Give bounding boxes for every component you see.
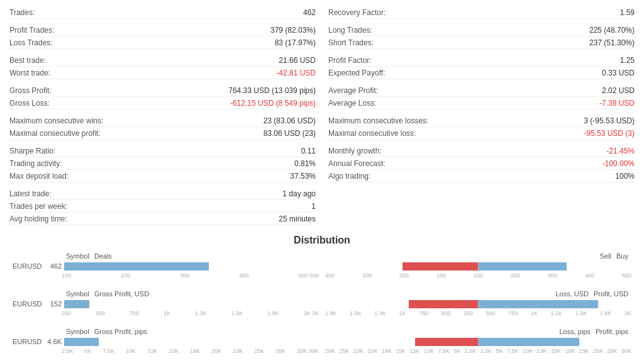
distribution-title: Distribution — [13, 235, 631, 246]
axis-tick: 1.5K — [350, 310, 362, 316]
stat-label: Avg holding time: — [9, 215, 67, 223]
axis-tick: 20K — [211, 348, 221, 354]
axis-tick: 500 — [441, 310, 450, 316]
axis-tick: 23K — [353, 348, 364, 354]
dist-value-label: 4.6K — [42, 338, 62, 345]
dist-row-2: SymbolGross Profit, pipsLoss, pipsProfit… — [13, 328, 631, 354]
axis-tick: 1.8K — [267, 310, 279, 316]
stat-label: Long Trades: — [328, 26, 372, 35]
stat-value: 0.11 — [301, 147, 316, 155]
axis-tick: 400 — [325, 272, 335, 279]
axis-tick: 15K — [169, 348, 179, 354]
axis-tick: 5K — [453, 348, 460, 354]
axis-tick: 1.3K — [374, 310, 386, 316]
axis-tick: 1K — [399, 310, 406, 316]
stat-value: 100% — [615, 172, 635, 181]
dist-right-header-0: Loss, USD — [555, 290, 589, 298]
axis-tick: 25K — [593, 348, 603, 354]
dist-left-header-1: Gross Profit, USD — [94, 290, 149, 298]
stat-label: Profit Trades: — [9, 26, 54, 35]
stat-value: 1.59 — [620, 8, 635, 17]
axis-tick: 7.5K — [103, 348, 115, 354]
dist-value-label: 462 — [42, 262, 62, 270]
axis-tick: 2.5K — [480, 348, 492, 354]
stat-value: -42.81 USD — [276, 69, 316, 77]
stat-label: Trading activity: — [9, 159, 62, 168]
dist-right-header-0: Sell — [600, 252, 611, 260]
stat-value: 25 minutes — [279, 215, 316, 223]
stats-left-col: Trades:462Profit Trades:379 (82.03%)Loss… — [9, 6, 316, 225]
stat-label: Average Loss: — [328, 99, 377, 108]
axis-tick: 200 — [511, 272, 520, 279]
dist-red-bar — [409, 300, 478, 308]
stat-label: Maximal consecutive profit: — [9, 129, 101, 138]
axis-tick: 7.5K — [507, 348, 519, 354]
axis-tick: 250 — [464, 310, 473, 316]
axis-tick: 400 — [585, 272, 594, 279]
axis-tick: 300 — [362, 272, 372, 279]
axis-tick: 1K — [164, 310, 170, 316]
stat-label: Maximum consecutive losses: — [328, 116, 428, 125]
stat-label: Annual Forecast: — [328, 159, 386, 168]
stat-label: Max deposit load: — [9, 172, 69, 181]
axis-tick: 13K — [147, 348, 157, 354]
dist-left-bar — [64, 338, 99, 346]
stat-value: 225 (48.70%) — [589, 26, 635, 35]
stat-value: 83 (17.97%) — [275, 38, 316, 47]
dist-value-label: 152 — [42, 300, 62, 308]
dist-red-bar — [402, 262, 478, 271]
stat-label: Gross Profit: — [9, 86, 52, 95]
axis-tick: 2K 2K — [303, 310, 319, 316]
axis-tick: 5K — [85, 348, 92, 354]
dist-left-bar — [64, 262, 209, 271]
axis-tick: 2K — [625, 310, 631, 316]
stat-value: 37.53% — [290, 172, 316, 181]
axis-tick: 18K — [382, 348, 392, 354]
axis-tick: 300 — [180, 272, 189, 279]
axis-tick: 100 — [436, 272, 446, 279]
axis-tick: 1.5K — [575, 310, 587, 316]
axis-tick: 750 — [130, 310, 139, 316]
stat-label: Expected Payoff: — [328, 69, 386, 77]
axis-tick: 15K — [551, 348, 561, 354]
axis-tick: 23K — [579, 348, 589, 354]
stat-label: Best trade: — [9, 56, 46, 65]
dist-left-header-0: Symbol — [66, 252, 89, 260]
stat-value: 237 (51.30%) — [589, 38, 635, 47]
stat-value: -7.38 USD — [599, 99, 635, 108]
axis-tick: 1.2K — [551, 310, 563, 316]
stat-value: -100.00% — [602, 159, 635, 168]
dist-blue-bar — [479, 262, 567, 271]
stats-container: Trades:462Profit Trades:379 (82.03%)Loss… — [9, 6, 635, 225]
stat-value: -21.45% — [606, 147, 635, 155]
axis-tick: 28K — [607, 348, 617, 354]
stat-value: 3 (-95.53 USD) — [584, 116, 635, 125]
axis-tick: 20K — [367, 348, 377, 354]
axis-tick: 7.5K — [438, 348, 450, 354]
stat-value: 83.06 USD (23) — [264, 129, 316, 138]
axis-tick: 5K — [496, 348, 503, 354]
stat-value: 23 (83.06 USD) — [264, 116, 316, 125]
axis-tick: 1K — [531, 310, 538, 316]
dist-blue-bar — [479, 300, 598, 308]
distribution-rows: SymbolDealsSellBuyEURUSD4621002003004005… — [13, 252, 631, 354]
stat-label: Trades: — [9, 8, 35, 17]
dist-row-0: SymbolDealsSellBuyEURUSD4621002003004005… — [13, 252, 631, 279]
stat-label: Average Profit: — [328, 86, 378, 95]
stat-label: Profit Factor: — [328, 56, 372, 65]
stat-label: Loss Trades: — [9, 38, 53, 47]
axis-tick: 1.8K — [600, 310, 612, 316]
stat-value: -95.53 USD (3) — [584, 129, 635, 138]
axis-tick: 15K — [396, 348, 406, 354]
stat-value: 0.33 USD — [602, 69, 635, 77]
axis-tick: 1.3K — [195, 310, 207, 316]
dist-left-header-0: Symbol — [66, 328, 89, 335]
axis-tick: 300 — [548, 272, 557, 279]
stat-label: Maximal consecutive loss: — [328, 129, 416, 138]
axis-tick: 23K — [233, 348, 243, 354]
axis-tick: 500 — [486, 310, 496, 316]
dist-right-header-1: Profit, USD — [594, 290, 628, 298]
stat-label: Sharpe Ratio: — [9, 147, 55, 155]
stat-value: 2.02 USD — [602, 86, 635, 95]
stat-value: 764.33 USD (13 039 pips) — [228, 86, 316, 95]
